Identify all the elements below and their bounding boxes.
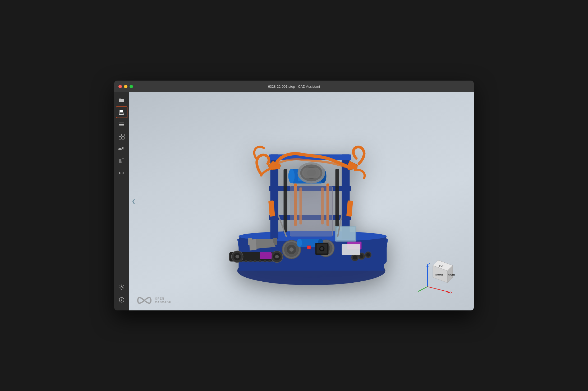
svg-rect-10 [119,137,121,139]
sidebar-item-settings[interactable] [116,281,127,293]
svg-rect-93 [342,244,360,255]
svg-point-90 [366,253,370,257]
svg-rect-1 [120,110,123,112]
nav-cube[interactable]: Z X TOP FRO [416,252,461,295]
svg-text:RIGHT: RIGHT [448,273,456,276]
gear-icon [119,284,125,290]
svg-rect-37 [245,260,247,262]
svg-rect-14 [119,159,121,163]
svg-text:Z: Z [428,262,430,266]
info-icon [119,297,125,303]
sidebar-item-open-folder[interactable] [116,94,127,106]
main-area: 3D [114,92,474,310]
traffic-lights [114,85,133,88]
minimize-button[interactable] [124,85,127,88]
sidebar-bottom [116,281,127,310]
svg-rect-6 [119,124,124,125]
sidebar-item-structure[interactable] [116,131,127,142]
section-icon [118,158,125,164]
svg-point-97 [320,247,324,250]
opencascade-logo: OPEN CASCADE [137,296,171,305]
svg-rect-7 [119,125,124,126]
svg-rect-8 [119,134,121,136]
brand-text: OPEN CASCADE [155,297,171,304]
svg-rect-78 [307,246,311,249]
svg-rect-36 [240,260,242,262]
svg-text:3D: 3D [118,147,122,151]
svg-point-35 [275,255,279,258]
app-window: 6328-22-001.step - CAD Assistant [114,81,474,310]
svg-line-105 [428,287,449,292]
measure-icon [118,170,125,176]
maximize-button[interactable] [130,85,133,88]
svg-rect-5 [119,123,124,123]
svg-rect-9 [122,134,124,136]
svg-point-25 [121,299,122,299]
save-icon [118,109,125,115]
sidebar: 3D [114,92,129,310]
svg-marker-106 [447,291,450,294]
svg-rect-42 [269,260,271,262]
3d-icon: 3D [118,146,125,152]
svg-rect-39 [254,260,256,262]
svg-rect-11 [122,137,124,139]
svg-rect-3 [121,110,121,111]
svg-rect-38 [250,260,252,262]
viewport[interactable]: ❮ [129,92,474,310]
3d-model-view [212,123,411,286]
title-bar: 6328-22-001.step - CAD Assistant [114,81,474,92]
sidebar-item-measure[interactable] [116,167,127,179]
svg-point-13 [123,148,124,148]
svg-rect-16 [122,159,124,163]
svg-rect-81 [260,252,272,259]
svg-point-49 [288,169,295,183]
svg-point-69 [290,247,294,252]
svg-rect-59 [336,169,339,232]
svg-point-88 [360,254,364,258]
svg-rect-41 [264,260,266,262]
svg-line-108 [418,287,428,291]
svg-point-86 [353,255,357,259]
svg-point-75 [297,239,302,247]
layers-icon [118,121,125,128]
svg-rect-40 [259,260,261,262]
svg-text:FRONT: FRONT [435,273,443,276]
svg-rect-64 [290,186,333,236]
sidebar-item-layers[interactable] [116,119,127,130]
sidebar-item-3d[interactable]: 3D [116,143,127,155]
svg-point-22 [121,286,122,288]
svg-point-32 [236,255,239,258]
sidebar-item-save[interactable] [116,106,127,118]
window-title: 6328-22-001.step - CAD Assistant [268,85,320,89]
folder-icon [118,97,125,103]
collapse-panel-arrow[interactable]: ❮ [132,198,136,204]
sidebar-item-section[interactable] [116,155,127,167]
svg-rect-4 [120,113,123,114]
structure-icon [118,133,125,140]
svg-text:X: X [451,291,453,294]
close-button[interactable] [118,85,122,88]
svg-rect-58 [284,169,287,232]
svg-text:TOP: TOP [439,264,444,267]
svg-rect-57 [302,167,321,178]
sidebar-item-info[interactable] [116,294,127,306]
